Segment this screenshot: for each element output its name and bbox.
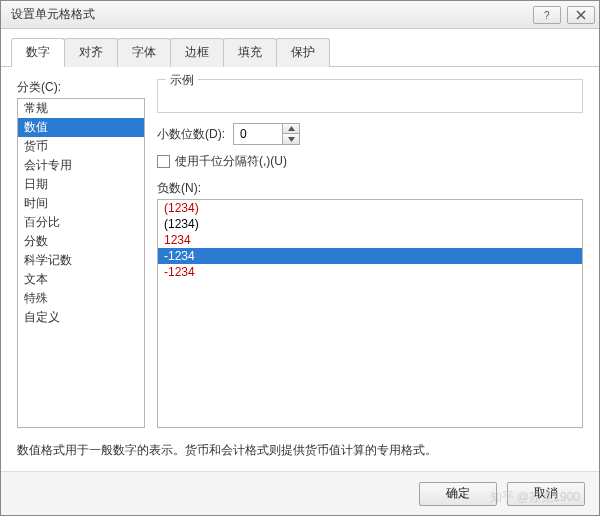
decimals-input[interactable] xyxy=(234,124,282,144)
tab-0[interactable]: 数字 xyxy=(11,38,65,67)
dialog-window: 设置单元格格式 ? 数字对齐字体边框填充保护 分类(C): 常规数值货币会计专用… xyxy=(0,0,600,516)
titlebar: 设置单元格格式 ? xyxy=(1,1,599,29)
thousands-label: 使用千位分隔符(,)(U) xyxy=(175,153,287,170)
category-item[interactable]: 会计专用 xyxy=(18,156,144,175)
category-item[interactable]: 常规 xyxy=(18,99,144,118)
window-title: 设置单元格格式 xyxy=(11,6,533,23)
negative-item[interactable]: (1234) xyxy=(158,216,582,232)
ok-button[interactable]: 确定 xyxy=(419,482,497,506)
titlebar-buttons: ? xyxy=(533,6,595,24)
category-item[interactable]: 百分比 xyxy=(18,213,144,232)
category-item[interactable]: 科学记数 xyxy=(18,251,144,270)
negative-item[interactable]: 1234 xyxy=(158,232,582,248)
decimals-row: 小数位数(D): xyxy=(157,123,583,145)
thousands-row[interactable]: 使用千位分隔符(,)(U) xyxy=(157,153,583,170)
description-text: 数值格式用于一般数字的表示。货币和会计格式则提供货币值计算的专用格式。 xyxy=(17,442,583,459)
cancel-button[interactable]: 取消 xyxy=(507,482,585,506)
tab-strip: 数字对齐字体边框填充保护 xyxy=(1,29,599,67)
category-item[interactable]: 数值 xyxy=(18,118,144,137)
tab-1[interactable]: 对齐 xyxy=(64,38,118,67)
category-item[interactable]: 特殊 xyxy=(18,289,144,308)
negative-item[interactable]: (1234) xyxy=(158,200,582,216)
tab-2[interactable]: 字体 xyxy=(117,38,171,67)
category-item[interactable]: 货币 xyxy=(18,137,144,156)
decimals-spinner[interactable] xyxy=(233,123,300,145)
sample-fieldset: 示例 xyxy=(157,79,583,113)
category-item[interactable]: 日期 xyxy=(18,175,144,194)
tab-3[interactable]: 边框 xyxy=(170,38,224,67)
footer: 确定 取消 知乎 @苏克1900 xyxy=(1,471,599,515)
negative-item[interactable]: -1234 xyxy=(158,248,582,264)
spin-down-icon[interactable] xyxy=(283,134,299,144)
negative-label: 负数(N): xyxy=(157,180,583,197)
tab-4[interactable]: 填充 xyxy=(223,38,277,67)
category-label: 分类(C): xyxy=(17,79,145,96)
help-button[interactable]: ? xyxy=(533,6,561,24)
spin-up-icon[interactable] xyxy=(283,124,299,134)
category-item[interactable]: 自定义 xyxy=(18,308,144,327)
category-item[interactable]: 时间 xyxy=(18,194,144,213)
category-listbox[interactable]: 常规数值货币会计专用日期时间百分比分数科学记数文本特殊自定义 xyxy=(17,98,145,428)
settings-column: 示例 小数位数(D): 使用千位分隔符(,)(U) xyxy=(157,79,583,428)
content-area: 分类(C): 常规数值货币会计专用日期时间百分比分数科学记数文本特殊自定义 示例… xyxy=(1,67,599,471)
thousands-checkbox[interactable] xyxy=(157,155,170,168)
negative-item[interactable]: -1234 xyxy=(158,264,582,280)
tab-5[interactable]: 保护 xyxy=(276,38,330,67)
category-column: 分类(C): 常规数值货币会计专用日期时间百分比分数科学记数文本特殊自定义 xyxy=(17,79,145,428)
sample-legend: 示例 xyxy=(166,72,198,89)
category-item[interactable]: 分数 xyxy=(18,232,144,251)
svg-text:?: ? xyxy=(544,10,550,20)
close-button[interactable] xyxy=(567,6,595,24)
category-item[interactable]: 文本 xyxy=(18,270,144,289)
decimals-label: 小数位数(D): xyxy=(157,126,225,143)
negative-listbox[interactable]: (1234)(1234)1234-1234-1234 xyxy=(157,199,583,428)
